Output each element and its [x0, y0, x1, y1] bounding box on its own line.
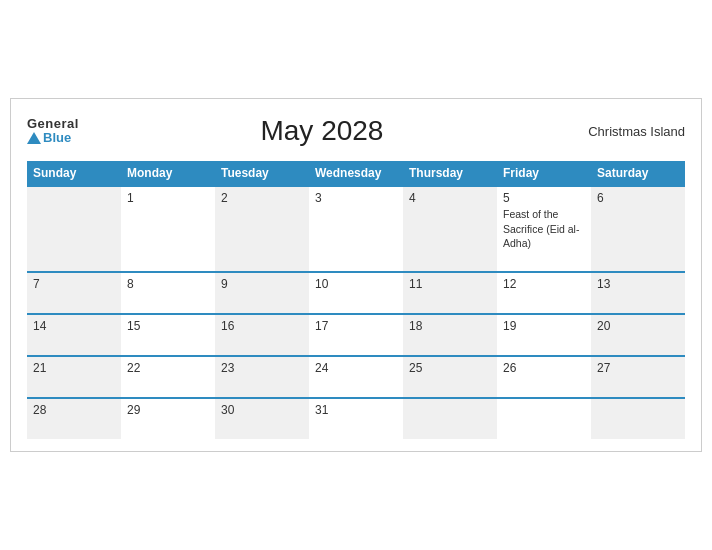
day-number: 10: [315, 277, 397, 291]
day-number: 19: [503, 319, 585, 333]
weekday-header-friday: Friday: [497, 161, 591, 186]
day-cell: 21: [27, 356, 121, 398]
day-cell: 14: [27, 314, 121, 356]
weekday-header-row: SundayMondayTuesdayWednesdayThursdayFrid…: [27, 161, 685, 186]
day-cell: 9: [215, 272, 309, 314]
day-cell: 15: [121, 314, 215, 356]
weekday-header-saturday: Saturday: [591, 161, 685, 186]
week-row-1: 12345Feast of the Sacrifice (Eid al-Adha…: [27, 186, 685, 272]
day-number: 24: [315, 361, 397, 375]
day-number: 30: [221, 403, 303, 417]
day-cell: [27, 186, 121, 272]
day-number: 13: [597, 277, 679, 291]
event-text: Feast of the Sacrifice (Eid al-Adha): [503, 208, 579, 249]
day-cell: [591, 398, 685, 439]
day-cell: 12: [497, 272, 591, 314]
day-cell: 16: [215, 314, 309, 356]
week-row-5: 28293031: [27, 398, 685, 439]
day-cell: 30: [215, 398, 309, 439]
day-number: 26: [503, 361, 585, 375]
region-label: Christmas Island: [565, 124, 685, 139]
day-cell: 4: [403, 186, 497, 272]
day-cell: [403, 398, 497, 439]
day-cell: 19: [497, 314, 591, 356]
day-number: 4: [409, 191, 491, 205]
day-cell: 28: [27, 398, 121, 439]
day-cell: 20: [591, 314, 685, 356]
day-number: 2: [221, 191, 303, 205]
day-cell: 29: [121, 398, 215, 439]
day-number: 8: [127, 277, 209, 291]
day-number: 12: [503, 277, 585, 291]
day-cell: 6: [591, 186, 685, 272]
day-number: 21: [33, 361, 115, 375]
day-cell: 22: [121, 356, 215, 398]
day-number: 1: [127, 191, 209, 205]
day-number: 16: [221, 319, 303, 333]
day-number: 29: [127, 403, 209, 417]
day-number: 9: [221, 277, 303, 291]
weekday-header-monday: Monday: [121, 161, 215, 186]
day-cell: 1: [121, 186, 215, 272]
day-cell: 23: [215, 356, 309, 398]
day-number: 31: [315, 403, 397, 417]
day-number: 17: [315, 319, 397, 333]
day-cell: 5Feast of the Sacrifice (Eid al-Adha): [497, 186, 591, 272]
logo-triangle-icon: [27, 132, 41, 144]
week-row-2: 78910111213: [27, 272, 685, 314]
day-number: 11: [409, 277, 491, 291]
week-row-4: 21222324252627: [27, 356, 685, 398]
logo-blue-text: Blue: [27, 131, 71, 145]
day-number: 20: [597, 319, 679, 333]
day-number: 6: [597, 191, 679, 205]
day-cell: 27: [591, 356, 685, 398]
day-cell: 11: [403, 272, 497, 314]
day-cell: 24: [309, 356, 403, 398]
day-number: 22: [127, 361, 209, 375]
day-number: 28: [33, 403, 115, 417]
weekday-header-wednesday: Wednesday: [309, 161, 403, 186]
day-number: 27: [597, 361, 679, 375]
day-cell: 26: [497, 356, 591, 398]
day-cell: [497, 398, 591, 439]
calendar-header: General Blue May 2028 Christmas Island: [27, 115, 685, 147]
day-number: 7: [33, 277, 115, 291]
logo-general-text: General: [27, 117, 79, 131]
weekday-header-sunday: Sunday: [27, 161, 121, 186]
calendar-container: General Blue May 2028 Christmas Island S…: [10, 98, 702, 452]
day-cell: 18: [403, 314, 497, 356]
day-number: 25: [409, 361, 491, 375]
day-cell: 17: [309, 314, 403, 356]
month-title: May 2028: [79, 115, 565, 147]
weekday-header-thursday: Thursday: [403, 161, 497, 186]
day-cell: 8: [121, 272, 215, 314]
day-number: 18: [409, 319, 491, 333]
day-cell: 25: [403, 356, 497, 398]
day-number: 5: [503, 191, 585, 205]
day-cell: 2: [215, 186, 309, 272]
logo: General Blue: [27, 117, 79, 146]
day-number: 14: [33, 319, 115, 333]
day-cell: 13: [591, 272, 685, 314]
weekday-header-tuesday: Tuesday: [215, 161, 309, 186]
day-cell: 7: [27, 272, 121, 314]
week-row-3: 14151617181920: [27, 314, 685, 356]
calendar-table: SundayMondayTuesdayWednesdayThursdayFrid…: [27, 161, 685, 439]
day-number: 3: [315, 191, 397, 205]
day-cell: 3: [309, 186, 403, 272]
day-number: 15: [127, 319, 209, 333]
day-cell: 31: [309, 398, 403, 439]
day-number: 23: [221, 361, 303, 375]
day-cell: 10: [309, 272, 403, 314]
